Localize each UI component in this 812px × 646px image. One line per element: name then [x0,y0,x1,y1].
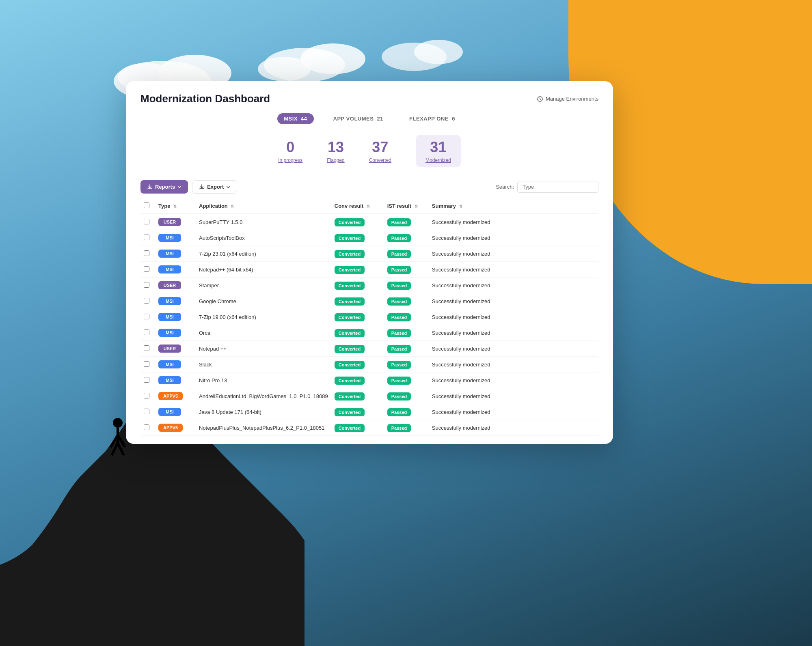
tab-msix-label: MSIX [284,116,298,122]
stat-modernized-label[interactable]: Modernized [425,157,451,163]
summary-text: Successfully modernized [432,377,490,383]
sort-conv-icon: ⇅ [367,204,370,209]
card-header: Modernization Dashboard Manage Environme… [126,81,613,105]
row-checkbox-8[interactable] [144,345,149,351]
application-name: AutoScriptsToolBox [199,235,245,241]
row-checkbox-12[interactable] [144,409,149,414]
row-check-cell [140,404,155,420]
toolbar: Reports Export Search: [126,175,613,198]
manage-environments-button[interactable]: Manage Environments [537,96,598,102]
export-button[interactable]: Export [192,180,237,194]
row-conv-result-cell: Converted [331,230,384,246]
tab-msix[interactable]: MSIX 44 [277,113,313,124]
row-type-cell: MSI [155,404,196,420]
summary-text: Successfully modernized [432,330,490,336]
ist-result-badge: Passed [387,234,411,242]
export-icon [199,184,205,190]
row-application-cell: AutoScriptsToolBox [196,230,331,246]
tab-msix-count: 44 [301,116,307,122]
stat-in-progress-label[interactable]: In progress [278,157,302,163]
row-ist-result-cell: Passed [384,420,429,436]
row-check-cell [140,278,155,293]
col-header-ist-result[interactable]: IST result ⇅ [384,198,429,214]
stat-in-progress-number: 0 [286,139,294,156]
summary-text: Successfully modernized [432,219,490,225]
row-summary-cell: Successfully modernized [429,388,598,404]
row-checkbox-4[interactable] [144,282,149,288]
stat-converted-label[interactable]: Converted [369,157,391,163]
row-ist-result-cell: Passed [384,309,429,325]
type-badge: MSI [158,297,181,305]
row-summary-cell: Successfully modernized [429,309,598,325]
row-application-cell: Nitro Pro 13 [196,373,331,388]
type-badge: APPV5 [158,392,183,400]
summary-text: Successfully modernized [432,251,490,257]
row-type-cell: MSI [155,262,196,278]
row-summary-cell: Successfully modernized [429,293,598,309]
col-header-summary[interactable]: Summary ⇅ [429,198,598,214]
reports-button[interactable]: Reports [140,180,188,194]
ist-result-badge: Passed [387,329,411,337]
row-type-cell: MSI [155,373,196,388]
select-all-checkbox[interactable] [144,202,149,208]
search-input[interactable] [517,181,598,193]
col-header-application[interactable]: Application ⇅ [196,198,331,214]
row-checkbox-5[interactable] [144,298,149,304]
stat-in-progress: 0 In progress [278,139,302,163]
row-checkbox-3[interactable] [144,266,149,272]
row-ist-result-cell: Passed [384,388,429,404]
col-header-type[interactable]: Type ⇅ [155,198,196,214]
tab-flexapp-one[interactable]: FLEXAPP ONE 6 [403,113,462,124]
toolbar-left: Reports Export [140,180,237,194]
row-application-cell: Java 8 Update 171 (64-bit) [196,404,331,420]
stat-flagged-number: 13 [328,139,344,156]
conv-result-badge: Converted [335,218,365,226]
row-summary-cell: Successfully modernized [429,278,598,293]
row-check-cell [140,357,155,373]
data-table: Type ⇅ Application ⇅ Conv result ⇅ IST r… [140,198,598,436]
svg-point-7 [414,40,463,64]
row-check-cell [140,325,155,341]
summary-text: Successfully modernized [432,235,490,241]
table-row: USER SuperPuTTY 1.5.0 Converted Passed S… [140,214,598,230]
row-conv-result-cell: Converted [331,262,384,278]
summary-text: Successfully modernized [432,393,490,399]
row-checkbox-13[interactable] [144,424,149,430]
row-conv-result-cell: Converted [331,420,384,436]
row-checkbox-10[interactable] [144,377,149,383]
row-summary-cell: Successfully modernized [429,262,598,278]
application-name: Stamper [199,282,219,289]
application-name: NotepadPlusPlus_NotepadPlusPlus_6.2_P1.0… [199,425,324,431]
ist-result-badge: Passed [387,392,411,401]
summary-text: Successfully modernized [432,362,490,368]
row-checkbox-2[interactable] [144,250,149,256]
ist-result-badge: Passed [387,282,411,290]
tabs-row: MSIX 44 APP VOLUMES 21 FLEXAPP ONE 6 [126,105,613,128]
row-check-cell [140,341,155,357]
stat-flagged-label[interactable]: Flagged [327,157,344,163]
summary-text: Successfully modernized [432,267,490,273]
row-conv-result-cell: Converted [331,309,384,325]
conv-result-badge: Converted [335,392,365,401]
row-checkbox-0[interactable] [144,219,149,224]
type-badge: MSI [158,360,181,368]
col-header-conv-result[interactable]: Conv result ⇅ [331,198,384,214]
svg-point-8 [113,418,123,428]
row-checkbox-9[interactable] [144,361,149,367]
type-badge: USER [158,281,181,289]
row-checkbox-7[interactable] [144,329,149,335]
row-application-cell: 7-Zip 19.00 (x64 edition) [196,309,331,325]
ist-result-badge: Passed [387,424,411,432]
row-check-cell [140,388,155,404]
tab-app-volumes[interactable]: APP VOLUMES 21 [327,113,390,124]
ist-result-badge: Passed [387,345,411,353]
conv-result-badge: Converted [335,361,365,369]
type-badge: MSI [158,376,181,384]
ist-result-badge: Passed [387,218,411,226]
row-checkbox-1[interactable] [144,235,149,240]
search-label: Search: [496,184,514,190]
table-header-row: Type ⇅ Application ⇅ Conv result ⇅ IST r… [140,198,598,214]
tab-flexapp-one-label: FLEXAPP ONE [409,116,449,122]
row-checkbox-11[interactable] [144,393,149,398]
row-checkbox-6[interactable] [144,314,149,319]
